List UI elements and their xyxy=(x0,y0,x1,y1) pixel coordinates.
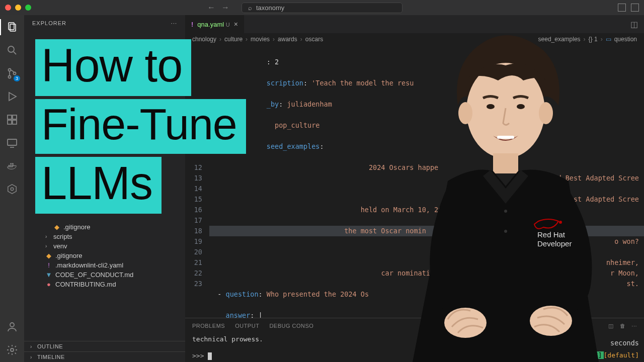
svg-point-30 xyxy=(504,210,507,213)
chevron-right-icon: › xyxy=(30,344,35,349)
explorer-tab[interactable] xyxy=(5,20,19,34)
docker-tab[interactable] xyxy=(5,159,19,173)
tree-folder-venv[interactable]: › venv xyxy=(24,241,185,251)
source-control-tab[interactable]: 3 xyxy=(5,66,19,80)
title-line-2: Fine-Tune xyxy=(35,99,246,154)
svg-rect-12 xyxy=(8,139,17,145)
terminal-prompt: >>> xyxy=(192,352,204,359)
panel-more-icon[interactable]: ··· xyxy=(631,323,637,329)
yaml-icon: ! xyxy=(45,261,52,269)
command-center-search[interactable]: ⌕ taxonomy xyxy=(242,3,403,13)
svg-point-20 xyxy=(11,188,14,191)
svg-point-27 xyxy=(517,104,525,109)
accounts-button[interactable] xyxy=(5,320,19,334)
tab-filename: qna.yaml U xyxy=(197,21,229,28)
chevron-right-icon: › xyxy=(45,243,50,249)
layout-sidebar-icon[interactable] xyxy=(631,4,639,12)
sidebar-title: EXPLORER xyxy=(32,20,66,26)
chevron-right-icon: › xyxy=(45,234,50,239)
kubernetes-tab[interactable] xyxy=(5,182,19,196)
svg-rect-17 xyxy=(10,163,12,165)
panel-tab-output[interactable]: OUTPUT xyxy=(235,323,259,329)
git-icon: ◆ xyxy=(53,223,60,231)
svg-rect-9 xyxy=(13,115,17,119)
tree-folder-scripts[interactable]: › scripts xyxy=(24,232,185,241)
svg-marker-7 xyxy=(9,93,16,101)
presenter-figure: Red Hat Developer xyxy=(397,30,614,362)
search-placeholder: taxonomy xyxy=(256,4,284,12)
search-tab[interactable] xyxy=(5,43,19,57)
split-editor-icon[interactable]: ◫ xyxy=(630,20,638,29)
yaml-icon: ! xyxy=(191,21,193,28)
svg-marker-19 xyxy=(8,185,17,194)
panel-tab-debug[interactable]: DEBUG CONSO xyxy=(269,323,313,329)
svg-point-32 xyxy=(444,308,487,338)
outline-section[interactable]: › OUTLINE xyxy=(24,341,185,351)
code-fragment: st. xyxy=(627,280,639,288)
tab-qna-yaml[interactable]: ! qna.yaml U × xyxy=(185,15,245,33)
editor-actions: ◫ xyxy=(630,20,644,29)
svg-text:Red Hat: Red Hat xyxy=(537,230,566,239)
remote-tab[interactable] xyxy=(5,136,19,150)
nav-back-button[interactable]: ← xyxy=(207,3,215,12)
nav-forward-button[interactable]: → xyxy=(221,3,229,12)
svg-text:Developer: Developer xyxy=(537,239,572,248)
terminal-time-fragment: seconds xyxy=(610,339,639,347)
tree-file-markdownlint[interactable]: ! .markdownlint-cli2.yaml xyxy=(24,260,185,270)
scm-badge: 3 xyxy=(14,75,20,81)
settings-button[interactable] xyxy=(5,343,19,357)
window-controls xyxy=(5,5,31,11)
svg-rect-1 xyxy=(10,24,16,31)
svg-point-34 xyxy=(559,221,562,224)
titlebar-right xyxy=(618,4,639,12)
titlebar: ← → ⌕ taxonomy xyxy=(0,0,644,15)
minimize-window-button[interactable] xyxy=(15,5,21,11)
code-fragment: o won? xyxy=(614,237,639,245)
svg-rect-8 xyxy=(8,115,12,119)
layout-panel-icon[interactable] xyxy=(618,4,626,12)
svg-point-31 xyxy=(504,230,507,233)
sidebar-more-button[interactable]: ··· xyxy=(171,20,177,26)
nav-arrows: ← → xyxy=(207,3,229,12)
sidebar-header: EXPLORER ··· xyxy=(24,15,185,29)
markdown-icon: ● xyxy=(45,281,52,288)
svg-point-22 xyxy=(11,348,14,351)
search-icon: ⌕ xyxy=(248,4,252,12)
trash-icon[interactable]: 🗑 xyxy=(620,323,626,329)
svg-point-24 xyxy=(458,102,472,124)
svg-point-21 xyxy=(10,323,14,327)
git-icon: ◆ xyxy=(45,252,52,259)
maximize-window-button[interactable] xyxy=(25,5,31,11)
tree-file-contributing[interactable]: ● CONTRIBUTING.md xyxy=(24,280,185,289)
title-line-3: LLMs xyxy=(35,157,162,214)
svg-point-26 xyxy=(487,104,495,109)
svg-point-33 xyxy=(530,306,572,336)
svg-rect-10 xyxy=(8,120,12,124)
tree-file-gitignore[interactable]: ◆ .gitignore xyxy=(24,251,185,260)
timeline-section[interactable]: › TIMELINE xyxy=(24,351,185,362)
svg-point-2 xyxy=(8,46,14,52)
extensions-tab[interactable] xyxy=(5,113,19,127)
tree-file-coc[interactable]: ▼ CODE_OF_CONDUCT.md xyxy=(24,270,185,280)
activity-bar: 3 xyxy=(0,15,24,362)
title-line-1: How to xyxy=(35,39,191,96)
svg-point-4 xyxy=(9,69,11,71)
svg-point-25 xyxy=(539,102,553,124)
svg-rect-15 xyxy=(10,165,12,166)
markdown-icon: ▼ xyxy=(45,271,52,279)
svg-rect-28 xyxy=(497,136,514,139)
svg-rect-29 xyxy=(493,153,518,173)
svg-rect-14 xyxy=(9,165,10,166)
close-window-button[interactable] xyxy=(5,5,11,11)
code-fragment: r Moon, xyxy=(610,269,639,277)
terminal-cursor xyxy=(208,352,212,360)
chevron-right-icon: › xyxy=(30,354,35,360)
tab-close-button[interactable]: × xyxy=(234,20,238,28)
video-title-overlay: How to Fine-Tune LLMs xyxy=(35,39,246,214)
svg-rect-18 xyxy=(12,163,14,165)
tree-file-gitignore[interactable]: ◆ .gitignore xyxy=(24,222,185,232)
svg-line-3 xyxy=(14,52,16,54)
run-debug-tab[interactable] xyxy=(5,89,19,104)
panel-tab-problems[interactable]: PROBLEMS xyxy=(192,323,225,329)
svg-point-5 xyxy=(9,76,11,78)
